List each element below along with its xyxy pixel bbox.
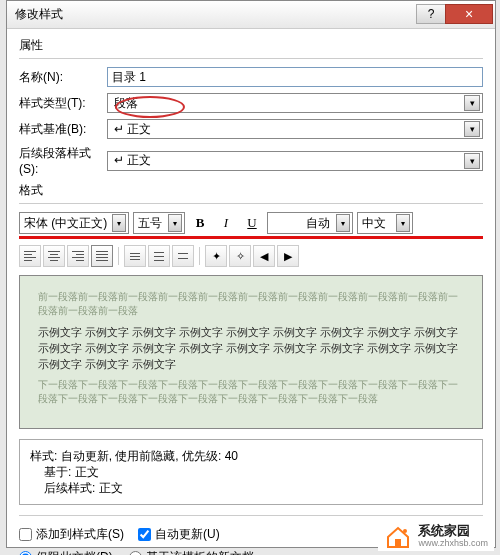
follow-label: 后续段落样式(S): xyxy=(19,145,107,176)
auto-update-checkbox[interactable]: 自动更新(U) xyxy=(138,526,220,543)
follow-style-value: ↵ 正文 xyxy=(114,152,151,169)
desc-line-2: 基于: 正文 xyxy=(30,464,472,480)
house-icon xyxy=(384,525,412,549)
highlight-underline xyxy=(19,236,483,239)
bold-button[interactable]: B xyxy=(189,212,211,234)
dropdown-arrow-icon: ▾ xyxy=(336,214,350,232)
align-justify-button[interactable] xyxy=(91,245,113,267)
style-description-box: 样式: 自动更新, 使用前隐藏, 优先级: 40 基于: 正文 后续样式: 正文 xyxy=(19,439,483,505)
desc-line-1: 样式: 自动更新, 使用前隐藏, 优先级: 40 xyxy=(30,448,472,464)
indent-decrease-button[interactable]: ◀ xyxy=(253,245,275,267)
format-section-label: 格式 xyxy=(19,182,483,199)
divider xyxy=(19,203,483,204)
dropdown-arrow-icon: ▾ xyxy=(112,214,126,232)
help-button[interactable]: ? xyxy=(416,4,446,24)
base-label: 样式基准(B): xyxy=(19,121,107,138)
only-this-doc-radio[interactable]: 仅限此文档(D) xyxy=(19,549,113,555)
desc-line-3: 后续样式: 正文 xyxy=(30,480,472,496)
style-type-value: 段落 xyxy=(114,95,138,112)
paragraph-toolbar: ✦ ✧ ◀ ▶ xyxy=(19,245,483,267)
name-label: 名称(N): xyxy=(19,69,107,86)
line-spacing-2-button[interactable] xyxy=(172,245,194,267)
font-family-select[interactable]: 宋体 (中文正文) ▾ xyxy=(19,212,129,234)
preview-ghost-before: 前一段落前一段落前一段落前一段落前一段落前一段落前一段落前一段落前一段落前一段落… xyxy=(38,290,464,318)
preview-sample-text: 示例文字 示例文字 示例文字 示例文字 示例文字 示例文字 示例文字 示例文字 … xyxy=(38,324,464,372)
dialog-title: 修改样式 xyxy=(15,6,63,23)
dropdown-arrow-icon: ▾ xyxy=(396,214,410,232)
watermark: 系统家园 www.zhxhsb.com xyxy=(378,523,494,551)
dropdown-arrow-icon: ▾ xyxy=(168,214,182,232)
line-spacing-1-button[interactable] xyxy=(124,245,146,267)
follow-style-select[interactable]: ↵ 正文 ▾ xyxy=(107,151,483,171)
type-label: 样式类型(T): xyxy=(19,95,107,112)
titlebar-buttons: ? × xyxy=(417,4,493,26)
format-toolbar: 宋体 (中文正文) ▾ 五号 ▾ B I U 自动 ▾ 中文 ▾ xyxy=(19,212,483,234)
preview-ghost-after: 下一段落下一段落下一段落下一段落下一段落下一段落下一段落下一段落下一段落下一段落… xyxy=(38,378,464,406)
style-type-select[interactable]: 段落 ▾ xyxy=(107,93,483,113)
align-right-button[interactable] xyxy=(67,245,89,267)
line-spacing-15-button[interactable] xyxy=(148,245,170,267)
font-color-select[interactable]: 自动 ▾ xyxy=(267,212,353,234)
style-name-input[interactable] xyxy=(107,67,483,87)
align-center-button[interactable] xyxy=(43,245,65,267)
modify-style-dialog: 修改样式 ? × 属性 名称(N): 样式类型(T): 段落 ▾ 样式基准(B)… xyxy=(6,0,496,548)
align-left-button[interactable] xyxy=(19,245,41,267)
font-family-value: 宋体 (中文正文) xyxy=(24,215,107,232)
style-base-value: ↵ 正文 xyxy=(114,121,151,138)
dropdown-arrow-icon: ▾ xyxy=(464,153,480,169)
separator xyxy=(199,247,200,265)
font-color-value: 自动 xyxy=(306,215,330,232)
watermark-cn: 系统家园 xyxy=(418,525,488,537)
style-base-select[interactable]: ↵ 正文 ▾ xyxy=(107,119,483,139)
preview-box: 前一段落前一段落前一段落前一段落前一段落前一段落前一段落前一段落前一段落前一段落… xyxy=(19,275,483,429)
divider xyxy=(19,58,483,59)
language-select[interactable]: 中文 ▾ xyxy=(357,212,413,234)
font-size-value: 五号 xyxy=(138,215,162,232)
svg-rect-0 xyxy=(395,539,401,547)
language-value: 中文 xyxy=(362,215,386,232)
indent-increase-button[interactable]: ▶ xyxy=(277,245,299,267)
dialog-content: 属性 名称(N): 样式类型(T): 段落 ▾ 样式基准(B): ↵ 正文 ▾ … xyxy=(7,29,495,555)
dropdown-arrow-icon: ▾ xyxy=(464,95,480,111)
add-to-library-checkbox[interactable]: 添加到样式库(S) xyxy=(19,526,124,543)
svg-point-1 xyxy=(403,529,407,533)
properties-section-label: 属性 xyxy=(19,37,483,54)
titlebar: 修改样式 ? × xyxy=(7,1,495,29)
divider xyxy=(19,515,483,516)
space-before-decrease-button[interactable]: ✧ xyxy=(229,245,251,267)
watermark-url: www.zhxhsb.com xyxy=(418,537,488,549)
dropdown-arrow-icon: ▾ xyxy=(464,121,480,137)
underline-button[interactable]: U xyxy=(241,212,263,234)
italic-button[interactable]: I xyxy=(215,212,237,234)
font-size-select[interactable]: 五号 ▾ xyxy=(133,212,185,234)
watermark-text: 系统家园 www.zhxhsb.com xyxy=(418,525,488,549)
based-on-template-radio[interactable]: 基于该模板的新文档 xyxy=(129,549,254,555)
separator xyxy=(118,247,119,265)
close-button[interactable]: × xyxy=(445,4,493,24)
space-before-increase-button[interactable]: ✦ xyxy=(205,245,227,267)
